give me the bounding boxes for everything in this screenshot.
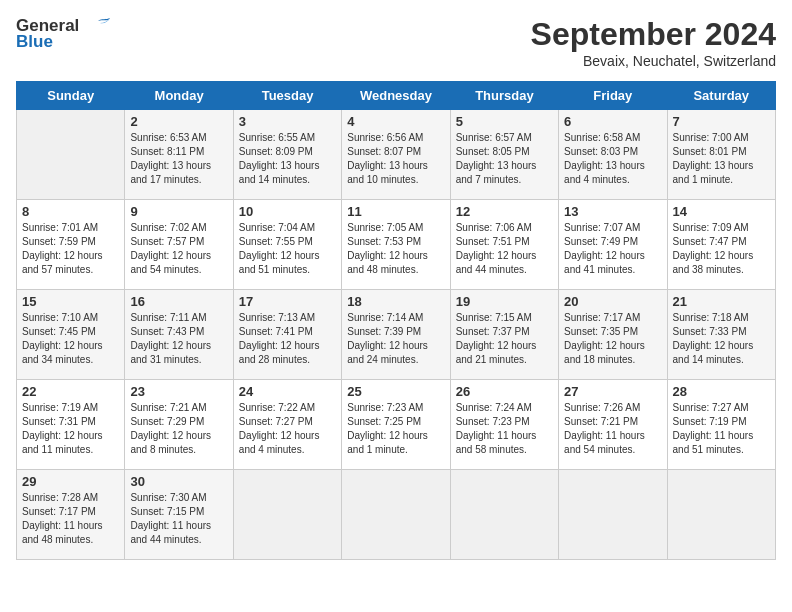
calendar-cell: 7Sunrise: 7:00 AMSunset: 8:01 PMDaylight… bbox=[667, 110, 775, 200]
day-number: 14 bbox=[673, 204, 770, 219]
header-friday: Friday bbox=[559, 82, 667, 110]
cell-details: Sunrise: 7:21 AMSunset: 7:29 PMDaylight:… bbox=[130, 401, 227, 457]
day-number: 21 bbox=[673, 294, 770, 309]
cell-details: Sunrise: 6:57 AMSunset: 8:05 PMDaylight:… bbox=[456, 131, 553, 187]
calendar-table: SundayMondayTuesdayWednesdayThursdayFrid… bbox=[16, 81, 776, 560]
location-subtitle: Bevaix, Neuchatel, Switzerland bbox=[531, 53, 776, 69]
calendar-cell bbox=[450, 470, 558, 560]
calendar-cell: 26Sunrise: 7:24 AMSunset: 7:23 PMDayligh… bbox=[450, 380, 558, 470]
day-number: 8 bbox=[22, 204, 119, 219]
calendar-cell bbox=[559, 470, 667, 560]
day-number: 4 bbox=[347, 114, 444, 129]
cell-details: Sunrise: 7:22 AMSunset: 7:27 PMDaylight:… bbox=[239, 401, 336, 457]
day-number: 19 bbox=[456, 294, 553, 309]
calendar-cell: 16Sunrise: 7:11 AMSunset: 7:43 PMDayligh… bbox=[125, 290, 233, 380]
day-number: 25 bbox=[347, 384, 444, 399]
header-monday: Monday bbox=[125, 82, 233, 110]
calendar-cell bbox=[342, 470, 450, 560]
calendar-cell: 22Sunrise: 7:19 AMSunset: 7:31 PMDayligh… bbox=[17, 380, 125, 470]
day-number: 12 bbox=[456, 204, 553, 219]
cell-details: Sunrise: 7:01 AMSunset: 7:59 PMDaylight:… bbox=[22, 221, 119, 277]
calendar-cell bbox=[17, 110, 125, 200]
day-number: 24 bbox=[239, 384, 336, 399]
cell-details: Sunrise: 7:04 AMSunset: 7:55 PMDaylight:… bbox=[239, 221, 336, 277]
cell-details: Sunrise: 7:00 AMSunset: 8:01 PMDaylight:… bbox=[673, 131, 770, 187]
calendar-cell: 9Sunrise: 7:02 AMSunset: 7:57 PMDaylight… bbox=[125, 200, 233, 290]
day-number: 16 bbox=[130, 294, 227, 309]
calendar-week-row: 8Sunrise: 7:01 AMSunset: 7:59 PMDaylight… bbox=[17, 200, 776, 290]
calendar-cell: 14Sunrise: 7:09 AMSunset: 7:47 PMDayligh… bbox=[667, 200, 775, 290]
calendar-cell: 21Sunrise: 7:18 AMSunset: 7:33 PMDayligh… bbox=[667, 290, 775, 380]
calendar-cell: 27Sunrise: 7:26 AMSunset: 7:21 PMDayligh… bbox=[559, 380, 667, 470]
calendar-cell: 2Sunrise: 6:53 AMSunset: 8:11 PMDaylight… bbox=[125, 110, 233, 200]
cell-details: Sunrise: 7:30 AMSunset: 7:15 PMDaylight:… bbox=[130, 491, 227, 547]
day-number: 2 bbox=[130, 114, 227, 129]
calendar-cell: 12Sunrise: 7:06 AMSunset: 7:51 PMDayligh… bbox=[450, 200, 558, 290]
calendar-cell: 5Sunrise: 6:57 AMSunset: 8:05 PMDaylight… bbox=[450, 110, 558, 200]
calendar-cell bbox=[667, 470, 775, 560]
day-number: 20 bbox=[564, 294, 661, 309]
calendar-cell: 29Sunrise: 7:28 AMSunset: 7:17 PMDayligh… bbox=[17, 470, 125, 560]
calendar-cell: 25Sunrise: 7:23 AMSunset: 7:25 PMDayligh… bbox=[342, 380, 450, 470]
calendar-cell bbox=[233, 470, 341, 560]
day-number: 6 bbox=[564, 114, 661, 129]
day-number: 3 bbox=[239, 114, 336, 129]
cell-details: Sunrise: 7:18 AMSunset: 7:33 PMDaylight:… bbox=[673, 311, 770, 367]
header-thursday: Thursday bbox=[450, 82, 558, 110]
cell-details: Sunrise: 7:11 AMSunset: 7:43 PMDaylight:… bbox=[130, 311, 227, 367]
header-saturday: Saturday bbox=[667, 82, 775, 110]
logo-blue-text: Blue bbox=[16, 32, 53, 52]
cell-details: Sunrise: 7:13 AMSunset: 7:41 PMDaylight:… bbox=[239, 311, 336, 367]
day-number: 22 bbox=[22, 384, 119, 399]
cell-details: Sunrise: 6:53 AMSunset: 8:11 PMDaylight:… bbox=[130, 131, 227, 187]
cell-details: Sunrise: 6:55 AMSunset: 8:09 PMDaylight:… bbox=[239, 131, 336, 187]
day-number: 23 bbox=[130, 384, 227, 399]
calendar-cell: 19Sunrise: 7:15 AMSunset: 7:37 PMDayligh… bbox=[450, 290, 558, 380]
cell-details: Sunrise: 7:15 AMSunset: 7:37 PMDaylight:… bbox=[456, 311, 553, 367]
calendar-cell: 18Sunrise: 7:14 AMSunset: 7:39 PMDayligh… bbox=[342, 290, 450, 380]
calendar-header-row: SundayMondayTuesdayWednesdayThursdayFrid… bbox=[17, 82, 776, 110]
cell-details: Sunrise: 7:19 AMSunset: 7:31 PMDaylight:… bbox=[22, 401, 119, 457]
calendar-cell: 4Sunrise: 6:56 AMSunset: 8:07 PMDaylight… bbox=[342, 110, 450, 200]
calendar-cell: 11Sunrise: 7:05 AMSunset: 7:53 PMDayligh… bbox=[342, 200, 450, 290]
header-wednesday: Wednesday bbox=[342, 82, 450, 110]
calendar-cell: 8Sunrise: 7:01 AMSunset: 7:59 PMDaylight… bbox=[17, 200, 125, 290]
day-number: 26 bbox=[456, 384, 553, 399]
cell-details: Sunrise: 7:26 AMSunset: 7:21 PMDaylight:… bbox=[564, 401, 661, 457]
calendar-cell: 3Sunrise: 6:55 AMSunset: 8:09 PMDaylight… bbox=[233, 110, 341, 200]
cell-details: Sunrise: 7:24 AMSunset: 7:23 PMDaylight:… bbox=[456, 401, 553, 457]
cell-details: Sunrise: 7:02 AMSunset: 7:57 PMDaylight:… bbox=[130, 221, 227, 277]
calendar-cell: 13Sunrise: 7:07 AMSunset: 7:49 PMDayligh… bbox=[559, 200, 667, 290]
title-area: September 2024 Bevaix, Neuchatel, Switze… bbox=[531, 16, 776, 69]
cell-details: Sunrise: 6:56 AMSunset: 8:07 PMDaylight:… bbox=[347, 131, 444, 187]
day-number: 18 bbox=[347, 294, 444, 309]
calendar-cell: 28Sunrise: 7:27 AMSunset: 7:19 PMDayligh… bbox=[667, 380, 775, 470]
calendar-cell: 24Sunrise: 7:22 AMSunset: 7:27 PMDayligh… bbox=[233, 380, 341, 470]
cell-details: Sunrise: 7:07 AMSunset: 7:49 PMDaylight:… bbox=[564, 221, 661, 277]
calendar-cell: 23Sunrise: 7:21 AMSunset: 7:29 PMDayligh… bbox=[125, 380, 233, 470]
calendar-cell: 17Sunrise: 7:13 AMSunset: 7:41 PMDayligh… bbox=[233, 290, 341, 380]
calendar-week-row: 29Sunrise: 7:28 AMSunset: 7:17 PMDayligh… bbox=[17, 470, 776, 560]
cell-details: Sunrise: 7:05 AMSunset: 7:53 PMDaylight:… bbox=[347, 221, 444, 277]
day-number: 13 bbox=[564, 204, 661, 219]
calendar-cell: 15Sunrise: 7:10 AMSunset: 7:45 PMDayligh… bbox=[17, 290, 125, 380]
month-title: September 2024 bbox=[531, 16, 776, 53]
day-number: 27 bbox=[564, 384, 661, 399]
cell-details: Sunrise: 6:58 AMSunset: 8:03 PMDaylight:… bbox=[564, 131, 661, 187]
logo: General Blue bbox=[16, 16, 114, 52]
header-tuesday: Tuesday bbox=[233, 82, 341, 110]
cell-details: Sunrise: 7:06 AMSunset: 7:51 PMDaylight:… bbox=[456, 221, 553, 277]
calendar-cell: 10Sunrise: 7:04 AMSunset: 7:55 PMDayligh… bbox=[233, 200, 341, 290]
page-header: General Blue September 2024 Bevaix, Neuc… bbox=[16, 16, 776, 69]
day-number: 9 bbox=[130, 204, 227, 219]
cell-details: Sunrise: 7:23 AMSunset: 7:25 PMDaylight:… bbox=[347, 401, 444, 457]
day-number: 10 bbox=[239, 204, 336, 219]
cell-details: Sunrise: 7:17 AMSunset: 7:35 PMDaylight:… bbox=[564, 311, 661, 367]
header-sunday: Sunday bbox=[17, 82, 125, 110]
day-number: 29 bbox=[22, 474, 119, 489]
logo-bird-icon bbox=[82, 16, 114, 36]
day-number: 7 bbox=[673, 114, 770, 129]
day-number: 17 bbox=[239, 294, 336, 309]
calendar-cell: 20Sunrise: 7:17 AMSunset: 7:35 PMDayligh… bbox=[559, 290, 667, 380]
day-number: 11 bbox=[347, 204, 444, 219]
